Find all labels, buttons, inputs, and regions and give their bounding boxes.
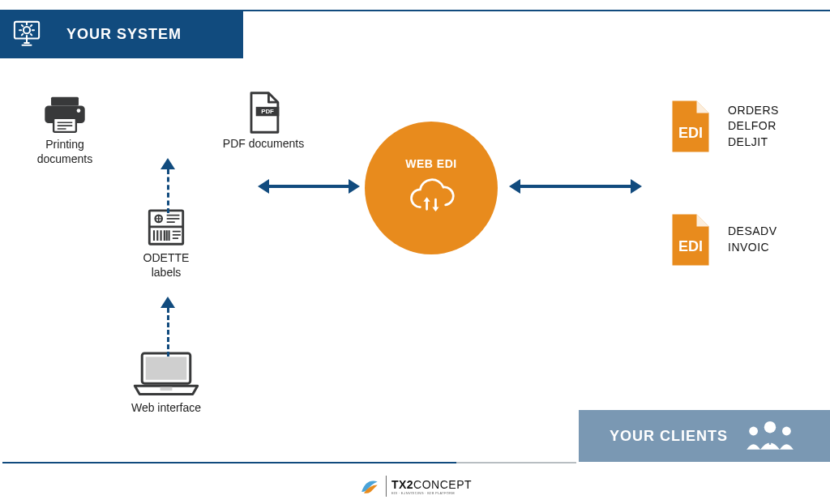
edi-file-icon: EDI	[666, 211, 715, 269]
svg-text:PDF: PDF	[261, 108, 274, 115]
orders-label: ORDERS	[728, 103, 779, 119]
svg-point-4	[77, 109, 81, 113]
bottom-rule	[0, 462, 830, 463]
printer-icon	[16, 93, 113, 137]
people-icon	[741, 418, 799, 454]
your-clients-banner: YOUR CLIENTS	[579, 410, 830, 462]
system-gear-icon	[8, 15, 45, 53]
deljit-label: DELJIT	[728, 135, 779, 151]
bidirectional-arrow-icon	[267, 185, 350, 188]
odette-labels-node: ODETTE labels	[130, 207, 203, 280]
dashed-up-arrow-icon	[160, 158, 175, 213]
barcode-label-icon	[130, 207, 203, 250]
pdf-icon: PDF	[199, 89, 328, 136]
brand-divider	[386, 476, 387, 497]
svg-point-1	[24, 27, 30, 33]
your-clients-label: YOUR CLIENTS	[610, 428, 728, 445]
brand-footer: TX2CONCEPT EDI · E-INVOICING · B2B PLATF…	[358, 475, 472, 498]
your-system-label: YOUR SYSTEM	[66, 26, 182, 43]
invoic-label: INVOIC	[728, 240, 777, 256]
web-interface-label: Web interface	[122, 400, 211, 415]
web-edi-label: WEB EDI	[405, 157, 456, 170]
desadv-label: DESADV	[728, 224, 777, 240]
svg-rect-12	[160, 387, 173, 391]
edi-inbound-docs: EDI ORDERS DELFOR DELJIT	[666, 97, 779, 156]
brand-name: TX2CONCEPT EDI · E-INVOICING · B2B PLATF…	[391, 478, 472, 495]
pdf-documents-node: PDF PDF documents	[199, 89, 328, 151]
svg-rect-11	[146, 357, 187, 379]
bidirectional-arrow-icon	[519, 185, 632, 188]
svg-point-16	[749, 427, 758, 436]
svg-text:EDI: EDI	[678, 238, 703, 254]
top-rule	[243, 10, 830, 11]
edi-outbound-labels: DESADV INVOIC	[728, 224, 777, 255]
dashed-up-arrow-icon	[160, 297, 175, 357]
your-system-banner: YOUR SYSTEM	[0, 10, 243, 58]
cloud-sync-icon	[404, 177, 459, 219]
odette-labels-label: ODETTE labels	[130, 250, 203, 280]
brand-swirl-icon	[358, 475, 381, 498]
printing-documents-node: Printing documents	[16, 93, 113, 166]
svg-text:EDI: EDI	[678, 125, 703, 141]
svg-point-15	[764, 421, 776, 433]
printing-documents-label: Printing documents	[16, 137, 113, 166]
edi-file-icon: EDI	[666, 97, 715, 156]
web-interface-node: Web interface	[122, 348, 211, 415]
svg-rect-2	[51, 97, 79, 106]
edi-outbound-docs: EDI DESADV INVOIC	[666, 211, 777, 269]
web-edi-hub: WEB EDI	[365, 122, 498, 254]
pdf-documents-label: PDF documents	[199, 136, 328, 151]
delfor-label: DELFOR	[728, 118, 779, 135]
edi-inbound-labels: ORDERS DELFOR DELJIT	[728, 103, 779, 151]
svg-point-17	[782, 427, 791, 436]
